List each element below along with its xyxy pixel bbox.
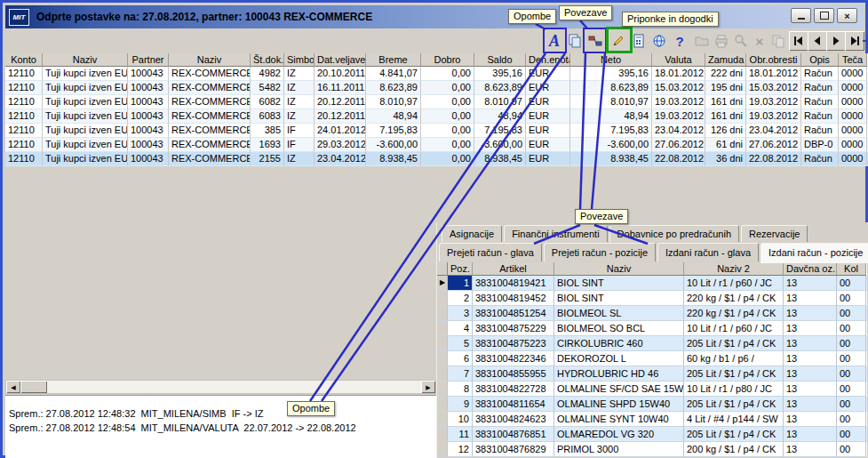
cell[interactable]: 200 kg / $1 / p4 / CK: [684, 442, 784, 457]
cell[interactable]: EUR: [526, 152, 570, 166]
cell[interactable]: 48,94: [474, 109, 526, 124]
cell[interactable]: BIOL SINT: [554, 276, 684, 291]
cell[interactable]: OLMAREDOL VG 320: [554, 427, 684, 442]
table-row[interactable]: 33831004851254BIOLMEOL SL220 kg / $1 / p…: [437, 306, 867, 321]
cell[interactable]: 12: [448, 442, 473, 457]
cell[interactable]: IZ: [284, 109, 315, 124]
column-header[interactable]: Kol: [837, 262, 866, 276]
cell[interactable]: 19.03.2012: [746, 109, 801, 124]
web-icon[interactable]: [649, 30, 669, 52]
cell[interactable]: 20.10.2011: [315, 67, 366, 81]
cell[interactable]: 8.938,45: [570, 152, 652, 166]
copy-icon[interactable]: [768, 30, 788, 52]
cell[interactable]: 205 Lit / $1 / p4 / CK: [684, 336, 784, 351]
cell[interactable]: 3831004851254: [473, 306, 554, 321]
cell[interactable]: 19.03.2012: [652, 109, 705, 124]
table-row[interactable]: 12110Tuji kupci izven EU100043REX-COMMER…: [5, 124, 868, 138]
cell[interactable]: REX-COMMERCE: [169, 152, 251, 166]
cell[interactable]: 161 dni: [705, 95, 746, 109]
cell[interactable]: 9: [448, 397, 473, 412]
table-row[interactable]: ▶13831004819421BIOL SINT10 Lit / r1 / p6…: [437, 276, 867, 291]
cell[interactable]: 11: [448, 427, 473, 442]
cell[interactable]: 6082: [251, 95, 284, 109]
cell[interactable]: 1693: [251, 138, 284, 152]
cell[interactable]: 23.04.2012: [746, 124, 801, 138]
table-row[interactable]: 53831004875223CIRKOLUBRIC 460205 Lit / $…: [437, 336, 867, 351]
calculator-icon[interactable]: [629, 30, 649, 52]
table-row[interactable]: 43831004875229BIOLMEOL SO BCL10 Lit / r1…: [437, 321, 867, 336]
column-header[interactable]: Saldo: [474, 53, 526, 67]
cell[interactable]: 29.03.2012: [315, 138, 366, 152]
cell[interactable]: PRIMOL 3000: [554, 442, 684, 457]
cell[interactable]: 0,00: [421, 109, 474, 124]
cell[interactable]: 13: [784, 336, 837, 351]
table-row[interactable]: 63831004822346DEKOROZOL L60 kg / b1 / p6…: [437, 351, 867, 366]
column-header[interactable]: Naziv: [43, 53, 128, 67]
cell[interactable]: 100043: [128, 138, 169, 152]
cell[interactable]: 8.623,89: [366, 81, 421, 95]
cell[interactable]: 13: [784, 412, 837, 427]
previous-record-icon[interactable]: [808, 31, 827, 51]
column-header[interactable]: Št.dok.: [251, 53, 284, 67]
cell[interactable]: 19.03.2012: [652, 95, 705, 109]
cell[interactable]: 48,94: [570, 109, 652, 124]
cell[interactable]: IF: [284, 138, 315, 152]
tab-rezervacije[interactable]: Rezervacije: [741, 225, 808, 242]
cell[interactable]: 0000: [839, 95, 867, 109]
cell[interactable]: 00: [837, 321, 866, 336]
cell[interactable]: 0,00: [421, 95, 474, 109]
cell[interactable]: 1: [448, 276, 473, 291]
cell[interactable]: 205 Lit / $1 / p4 / CK: [684, 427, 784, 442]
cell[interactable]: 222 dni: [705, 67, 746, 81]
cell[interactable]: Tuji kupci izven EU: [43, 152, 128, 166]
help-icon[interactable]: ?: [670, 30, 689, 52]
cell[interactable]: 3831004822728: [473, 382, 554, 397]
cell[interactable]: REX-COMMERCE: [169, 124, 251, 138]
cell[interactable]: 8.938,45: [474, 152, 526, 166]
cell[interactable]: 385: [251, 124, 284, 138]
cell[interactable]: 12110: [5, 81, 43, 95]
cell[interactable]: 7.195,83: [570, 124, 652, 138]
cell[interactable]: 8.623,89: [474, 81, 526, 95]
cell[interactable]: 126 dni: [705, 124, 746, 138]
column-header[interactable]: Obr.obresti: [746, 53, 801, 67]
cell[interactable]: OLMALINE SHPD 15W40: [554, 397, 684, 412]
cell[interactable]: 00: [837, 276, 866, 291]
cell[interactable]: 00: [837, 336, 866, 351]
cell[interactable]: REX-COMMERCE: [169, 67, 251, 81]
cell[interactable]: 3: [448, 306, 473, 321]
cell[interactable]: 4982: [251, 67, 284, 81]
cell[interactable]: 4: [448, 321, 473, 336]
cell[interactable]: 12110: [5, 109, 43, 124]
cell[interactable]: EUR: [526, 67, 570, 81]
cell[interactable]: 23.04.2012: [315, 152, 366, 166]
cell[interactable]: Račun: [801, 67, 839, 81]
cell[interactable]: 13: [784, 397, 837, 412]
scroll-left-button[interactable]: ◀: [6, 381, 20, 393]
notes-icon[interactable]: A: [545, 30, 564, 52]
row-marker[interactable]: ▶: [437, 276, 448, 291]
cell[interactable]: Račun: [801, 124, 839, 138]
cell[interactable]: 195 dni: [705, 81, 746, 95]
cell[interactable]: 8.010,97: [474, 95, 526, 109]
cell[interactable]: 00: [837, 291, 866, 306]
cell[interactable]: 0000: [839, 67, 867, 81]
cell[interactable]: 8.010,97: [570, 95, 652, 109]
cell[interactable]: 205 Lit / $1 / p4 / CK: [684, 366, 784, 382]
cell[interactable]: OLMALINE SF/CD SAE 15W40: [554, 382, 684, 397]
cell[interactable]: 7.195,83: [474, 124, 526, 138]
tab-asignacije[interactable]: Asignacije: [442, 225, 502, 242]
table-row[interactable]: 12110Tuji kupci izven EU100043REX-COMMER…: [5, 95, 868, 109]
next-record-icon[interactable]: [826, 31, 846, 51]
cell[interactable]: 100043: [128, 81, 169, 95]
cell[interactable]: CIRKOLUBRIC 460: [554, 336, 684, 351]
cell[interactable]: 13: [784, 276, 837, 291]
cell[interactable]: 0000: [839, 81, 867, 95]
cell[interactable]: 00: [837, 351, 866, 366]
cell[interactable]: 3831004875223: [473, 336, 554, 351]
cell[interactable]: 6: [448, 351, 473, 366]
tab-izdani-račun-pozicije[interactable]: Izdani račun - pozicije: [760, 243, 868, 261]
cell[interactable]: 3831004822346: [473, 351, 554, 366]
cell[interactable]: 18.01.2012: [652, 67, 705, 81]
cell[interactable]: -3.600,00: [474, 138, 526, 152]
